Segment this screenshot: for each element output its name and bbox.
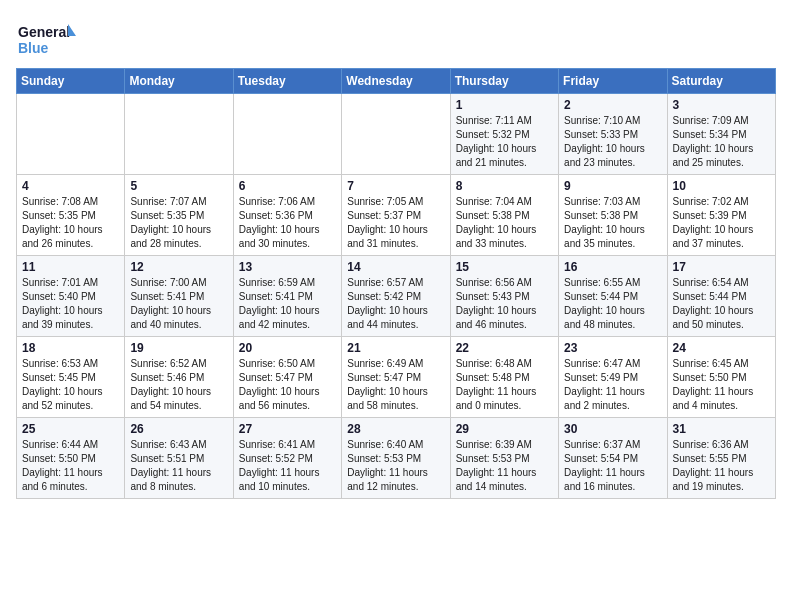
calendar-cell: 5Sunrise: 7:07 AM Sunset: 5:35 PM Daylig… <box>125 175 233 256</box>
day-info: Sunrise: 6:36 AM Sunset: 5:55 PM Dayligh… <box>673 438 770 494</box>
calendar-cell: 1Sunrise: 7:11 AM Sunset: 5:32 PM Daylig… <box>450 94 558 175</box>
calendar-cell: 28Sunrise: 6:40 AM Sunset: 5:53 PM Dayli… <box>342 418 450 499</box>
day-info: Sunrise: 7:10 AM Sunset: 5:33 PM Dayligh… <box>564 114 661 170</box>
day-info: Sunrise: 6:52 AM Sunset: 5:46 PM Dayligh… <box>130 357 227 413</box>
calendar-cell: 13Sunrise: 6:59 AM Sunset: 5:41 PM Dayli… <box>233 256 341 337</box>
day-info: Sunrise: 6:59 AM Sunset: 5:41 PM Dayligh… <box>239 276 336 332</box>
day-number: 11 <box>22 260 119 274</box>
day-info: Sunrise: 6:57 AM Sunset: 5:42 PM Dayligh… <box>347 276 444 332</box>
calendar-cell: 12Sunrise: 7:00 AM Sunset: 5:41 PM Dayli… <box>125 256 233 337</box>
calendar-cell: 7Sunrise: 7:05 AM Sunset: 5:37 PM Daylig… <box>342 175 450 256</box>
day-number: 29 <box>456 422 553 436</box>
calendar-cell: 22Sunrise: 6:48 AM Sunset: 5:48 PM Dayli… <box>450 337 558 418</box>
day-number: 21 <box>347 341 444 355</box>
calendar-cell <box>233 94 341 175</box>
day-number: 20 <box>239 341 336 355</box>
calendar-cell <box>125 94 233 175</box>
calendar-header-row: SundayMondayTuesdayWednesdayThursdayFrid… <box>17 69 776 94</box>
day-number: 3 <box>673 98 770 112</box>
day-number: 27 <box>239 422 336 436</box>
day-info: Sunrise: 7:03 AM Sunset: 5:38 PM Dayligh… <box>564 195 661 251</box>
day-number: 2 <box>564 98 661 112</box>
calendar-cell: 17Sunrise: 6:54 AM Sunset: 5:44 PM Dayli… <box>667 256 775 337</box>
day-number: 10 <box>673 179 770 193</box>
day-number: 4 <box>22 179 119 193</box>
day-number: 7 <box>347 179 444 193</box>
day-number: 13 <box>239 260 336 274</box>
day-number: 28 <box>347 422 444 436</box>
calendar-week-row: 1Sunrise: 7:11 AM Sunset: 5:32 PM Daylig… <box>17 94 776 175</box>
day-number: 15 <box>456 260 553 274</box>
calendar-cell: 10Sunrise: 7:02 AM Sunset: 5:39 PM Dayli… <box>667 175 775 256</box>
calendar-table: SundayMondayTuesdayWednesdayThursdayFrid… <box>16 68 776 499</box>
calendar-cell: 8Sunrise: 7:04 AM Sunset: 5:38 PM Daylig… <box>450 175 558 256</box>
day-number: 30 <box>564 422 661 436</box>
day-number: 9 <box>564 179 661 193</box>
column-header-friday: Friday <box>559 69 667 94</box>
svg-text:General: General <box>18 24 70 40</box>
svg-text:Blue: Blue <box>18 40 49 56</box>
day-info: Sunrise: 6:56 AM Sunset: 5:43 PM Dayligh… <box>456 276 553 332</box>
svg-marker-2 <box>68 24 76 36</box>
calendar-cell: 16Sunrise: 6:55 AM Sunset: 5:44 PM Dayli… <box>559 256 667 337</box>
day-info: Sunrise: 7:07 AM Sunset: 5:35 PM Dayligh… <box>130 195 227 251</box>
calendar-cell: 15Sunrise: 6:56 AM Sunset: 5:43 PM Dayli… <box>450 256 558 337</box>
calendar-cell: 11Sunrise: 7:01 AM Sunset: 5:40 PM Dayli… <box>17 256 125 337</box>
day-number: 18 <box>22 341 119 355</box>
calendar-cell: 30Sunrise: 6:37 AM Sunset: 5:54 PM Dayli… <box>559 418 667 499</box>
day-info: Sunrise: 6:50 AM Sunset: 5:47 PM Dayligh… <box>239 357 336 413</box>
day-info: Sunrise: 7:01 AM Sunset: 5:40 PM Dayligh… <box>22 276 119 332</box>
day-number: 12 <box>130 260 227 274</box>
day-number: 17 <box>673 260 770 274</box>
day-number: 14 <box>347 260 444 274</box>
day-info: Sunrise: 7:11 AM Sunset: 5:32 PM Dayligh… <box>456 114 553 170</box>
day-info: Sunrise: 7:06 AM Sunset: 5:36 PM Dayligh… <box>239 195 336 251</box>
day-info: Sunrise: 7:09 AM Sunset: 5:34 PM Dayligh… <box>673 114 770 170</box>
calendar-week-row: 4Sunrise: 7:08 AM Sunset: 5:35 PM Daylig… <box>17 175 776 256</box>
day-info: Sunrise: 6:40 AM Sunset: 5:53 PM Dayligh… <box>347 438 444 494</box>
day-info: Sunrise: 6:48 AM Sunset: 5:48 PM Dayligh… <box>456 357 553 413</box>
day-info: Sunrise: 6:37 AM Sunset: 5:54 PM Dayligh… <box>564 438 661 494</box>
calendar-cell: 3Sunrise: 7:09 AM Sunset: 5:34 PM Daylig… <box>667 94 775 175</box>
calendar-cell: 25Sunrise: 6:44 AM Sunset: 5:50 PM Dayli… <box>17 418 125 499</box>
day-number: 31 <box>673 422 770 436</box>
page-header: General Blue <box>16 16 776 60</box>
calendar-cell: 31Sunrise: 6:36 AM Sunset: 5:55 PM Dayli… <box>667 418 775 499</box>
calendar-cell: 19Sunrise: 6:52 AM Sunset: 5:46 PM Dayli… <box>125 337 233 418</box>
day-info: Sunrise: 7:04 AM Sunset: 5:38 PM Dayligh… <box>456 195 553 251</box>
column-header-saturday: Saturday <box>667 69 775 94</box>
calendar-cell: 29Sunrise: 6:39 AM Sunset: 5:53 PM Dayli… <box>450 418 558 499</box>
calendar-cell: 21Sunrise: 6:49 AM Sunset: 5:47 PM Dayli… <box>342 337 450 418</box>
day-number: 8 <box>456 179 553 193</box>
day-info: Sunrise: 6:53 AM Sunset: 5:45 PM Dayligh… <box>22 357 119 413</box>
column-header-thursday: Thursday <box>450 69 558 94</box>
day-number: 25 <box>22 422 119 436</box>
calendar-cell: 20Sunrise: 6:50 AM Sunset: 5:47 PM Dayli… <box>233 337 341 418</box>
column-header-monday: Monday <box>125 69 233 94</box>
day-info: Sunrise: 7:05 AM Sunset: 5:37 PM Dayligh… <box>347 195 444 251</box>
calendar-cell: 26Sunrise: 6:43 AM Sunset: 5:51 PM Dayli… <box>125 418 233 499</box>
calendar-week-row: 18Sunrise: 6:53 AM Sunset: 5:45 PM Dayli… <box>17 337 776 418</box>
calendar-week-row: 25Sunrise: 6:44 AM Sunset: 5:50 PM Dayli… <box>17 418 776 499</box>
day-number: 19 <box>130 341 227 355</box>
day-number: 24 <box>673 341 770 355</box>
day-number: 16 <box>564 260 661 274</box>
day-number: 22 <box>456 341 553 355</box>
column-header-tuesday: Tuesday <box>233 69 341 94</box>
calendar-cell: 9Sunrise: 7:03 AM Sunset: 5:38 PM Daylig… <box>559 175 667 256</box>
day-info: Sunrise: 6:47 AM Sunset: 5:49 PM Dayligh… <box>564 357 661 413</box>
day-info: Sunrise: 6:39 AM Sunset: 5:53 PM Dayligh… <box>456 438 553 494</box>
day-info: Sunrise: 6:45 AM Sunset: 5:50 PM Dayligh… <box>673 357 770 413</box>
calendar-cell: 27Sunrise: 6:41 AM Sunset: 5:52 PM Dayli… <box>233 418 341 499</box>
calendar-cell: 24Sunrise: 6:45 AM Sunset: 5:50 PM Dayli… <box>667 337 775 418</box>
day-number: 26 <box>130 422 227 436</box>
calendar-cell: 4Sunrise: 7:08 AM Sunset: 5:35 PM Daylig… <box>17 175 125 256</box>
day-info: Sunrise: 6:55 AM Sunset: 5:44 PM Dayligh… <box>564 276 661 332</box>
calendar-cell <box>17 94 125 175</box>
calendar-cell: 14Sunrise: 6:57 AM Sunset: 5:42 PM Dayli… <box>342 256 450 337</box>
day-info: Sunrise: 7:08 AM Sunset: 5:35 PM Dayligh… <box>22 195 119 251</box>
logo: General Blue <box>16 20 76 60</box>
day-number: 6 <box>239 179 336 193</box>
day-number: 5 <box>130 179 227 193</box>
calendar-cell: 23Sunrise: 6:47 AM Sunset: 5:49 PM Dayli… <box>559 337 667 418</box>
